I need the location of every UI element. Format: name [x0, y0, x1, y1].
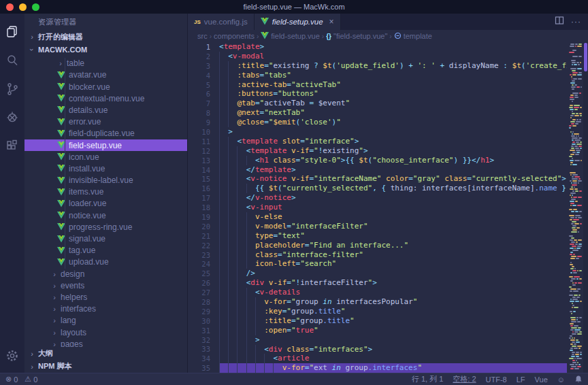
problems-errors[interactable]: ⊗ 0 — [5, 375, 18, 384]
code-line[interactable]: 19v-else — [188, 212, 567, 222]
code-line[interactable]: 35v-for="ext in group.interfaces" — [188, 363, 567, 373]
code-line[interactable]: 14</template> — [188, 165, 567, 175]
code-line[interactable]: 24icon-left="search" — [188, 259, 567, 269]
tree-item-upload.vue[interactable]: upload.vue — [24, 256, 187, 268]
code-line[interactable]: 9@close="$emit('close')" — [188, 118, 567, 127]
code-line[interactable]: 15<v-notice v-if="interfaceName" color="… — [188, 174, 567, 184]
breadcrumb-item[interactable]: {}"field-setup.vue" — [326, 32, 387, 40]
tree-item-notice.vue[interactable]: notice.vue — [24, 210, 187, 221]
code-line[interactable]: 8@next="nextTab" — [188, 108, 567, 118]
code-line[interactable]: 34<article — [188, 354, 567, 363]
code-line[interactable]: 29:key="group.title" — [188, 307, 567, 316]
tree-item-invisible-label.vue[interactable]: invisible-label.vue — [24, 175, 187, 186]
breadcrumb-item[interactable]: components — [214, 32, 255, 40]
status-item[interactable]: 空格: 2 — [453, 374, 476, 384]
code-line[interactable]: 7@tab="activeTab = $event" — [188, 99, 567, 108]
code-line[interactable]: 30:title="group.title" — [188, 316, 567, 326]
feedback-smiley-icon[interactable]: ☺ — [557, 375, 565, 384]
tree-item-details.vue[interactable]: details.vue — [24, 104, 187, 116]
code-area[interactable]: 1<template>2<v-modal3:title="existing ? … — [188, 42, 567, 373]
tree-item-design[interactable]: ›design — [24, 268, 187, 280]
workspace-root-section[interactable]: › MACWK.COM — [24, 44, 187, 56]
code-line[interactable]: 28v-for="group in interfacesPopular" — [188, 297, 567, 307]
tree-item-lang[interactable]: ›lang — [24, 315, 187, 327]
code-line[interactable]: 21type="text" — [188, 231, 567, 241]
breadcrumb-item[interactable]: template — [394, 32, 432, 41]
tree-item-progress-ring.vue[interactable]: progress-ring.vue — [24, 221, 187, 233]
activity-search-button[interactable] — [0, 48, 24, 76]
code-line[interactable]: 25/> — [188, 269, 567, 278]
tree-item-events[interactable]: ›events — [24, 280, 187, 291]
notifications-bell-icon[interactable] — [574, 375, 583, 384]
code-line[interactable]: 10> — [188, 127, 567, 137]
code-line[interactable]: 6:buttons="buttons" — [188, 89, 567, 99]
code-line[interactable]: 33<div class="interfaces"> — [188, 345, 567, 354]
outline-section[interactable]: › 大纲 — [24, 347, 187, 360]
problems-warnings[interactable]: ⚠ 0 — [24, 375, 37, 384]
npm-scripts-section[interactable]: › NPM 脚本 — [24, 360, 187, 373]
tree-item-pages[interactable]: ›pages — [24, 338, 187, 347]
breadcrumb-item[interactable]: field-setup.vue — [261, 32, 320, 41]
code-line[interactable]: 2<v-modal — [188, 52, 567, 61]
tree-item-contextual-menu.vue[interactable]: contextual-menu.vue — [24, 93, 187, 104]
minimize-window-button[interactable] — [19, 3, 27, 11]
activity-bar — [0, 14, 24, 373]
tree-item-error.vue[interactable]: error.vue — [24, 116, 187, 128]
chevron-right-icon: › — [51, 293, 58, 301]
status-item[interactable]: LF — [517, 375, 525, 384]
more-actions-icon[interactable]: ··· — [571, 17, 581, 27]
code-line[interactable]: 3:title="existing ? $t('update_field') +… — [188, 61, 567, 71]
close-window-button[interactable] — [6, 3, 14, 11]
settings-button[interactable] — [0, 341, 24, 373]
breadcrumb-item[interactable]: src — [197, 32, 208, 40]
code-line[interactable]: 5:active-tab="activeTab" — [188, 80, 567, 90]
scrollbar-thumb[interactable] — [584, 43, 587, 71]
editor-scrollbar[interactable] — [583, 42, 588, 373]
tree-item-signal.vue[interactable]: signal.vue — [24, 233, 187, 244]
tree-item-items.vue[interactable]: items.vue — [24, 186, 187, 198]
code-line[interactable]: 11<template slot="interface"> — [188, 137, 567, 146]
code-line[interactable]: 16{{ $t("currently_selected", { thing: i… — [188, 184, 567, 193]
tree-item-interfaces[interactable]: ›interfaces — [24, 303, 187, 315]
tree-item-field-setup.vue[interactable]: field-setup.vue — [24, 139, 187, 151]
code-line[interactable]: 18<v-input — [188, 203, 567, 212]
activity-source-control-button[interactable] — [0, 76, 24, 105]
tree-item-helpers[interactable]: ›helpers — [24, 291, 187, 303]
tab-field-setup.vue[interactable]: field-setup.vue× — [255, 14, 341, 30]
code-line[interactable]: 26<div v-if="!interfaceFilter"> — [188, 278, 567, 288]
tab-vue.config.js[interactable]: JSvue.config.js — [188, 14, 255, 30]
code-line[interactable]: 4:tabs="tabs" — [188, 71, 567, 80]
minimap[interactable] — [567, 42, 583, 373]
tree-item-table[interactable]: ›table — [24, 58, 187, 69]
code-editor[interactable]: 1<template>2<v-modal3:title="existing ? … — [188, 42, 588, 373]
open-editors-section[interactable]: › 打开的编辑器 — [24, 31, 187, 44]
zoom-window-button[interactable] — [32, 3, 39, 11]
status-item[interactable]: 行 1, 列 1 — [412, 374, 443, 384]
code-line[interactable]: 13<h1 class="style-0">{{ $t("choose_inte… — [188, 156, 567, 165]
tree-item-loader.vue[interactable]: loader.vue — [24, 198, 187, 210]
code-line[interactable]: 31:open="true" — [188, 326, 567, 335]
tree-item-install.vue[interactable]: install.vue — [24, 163, 187, 174]
code-line[interactable]: 27<v-details — [188, 288, 567, 297]
code-line[interactable]: 20v-model="interfaceFilter" — [188, 222, 567, 231]
tree-item-blocker.vue[interactable]: blocker.vue — [24, 81, 187, 93]
code-line[interactable]: 23class="interface-filter" — [188, 250, 567, 260]
tree-item-layouts[interactable]: ›layouts — [24, 327, 187, 338]
tree-item-field-duplicate.vue[interactable]: field-duplicate.vue — [24, 128, 187, 139]
tree-item-label: upload.vue — [69, 257, 109, 267]
code-line[interactable]: 22placeholder="Find an interface..." — [188, 241, 567, 250]
code-line[interactable]: 12<template v-if="!existing"> — [188, 146, 567, 156]
status-item[interactable]: Vue — [535, 375, 548, 384]
activity-explorer-button[interactable] — [0, 19, 24, 48]
code-line[interactable]: 32> — [188, 335, 567, 345]
code-line[interactable]: 1<template> — [188, 42, 567, 52]
tree-item-icon.vue[interactable]: icon.vue — [24, 151, 187, 163]
activity-extensions-button[interactable] — [0, 133, 24, 162]
split-editor-icon[interactable] — [555, 16, 564, 28]
code-line[interactable]: 17</v-notice> — [188, 193, 567, 203]
status-item[interactable]: UTF-8 — [486, 375, 507, 384]
tree-item-tag.vue[interactable]: tag.vue — [24, 245, 187, 256]
close-icon[interactable]: × — [329, 17, 334, 27]
tree-item-avatar.vue[interactable]: avatar.vue — [24, 69, 187, 81]
activity-debug-button[interactable] — [0, 105, 24, 133]
